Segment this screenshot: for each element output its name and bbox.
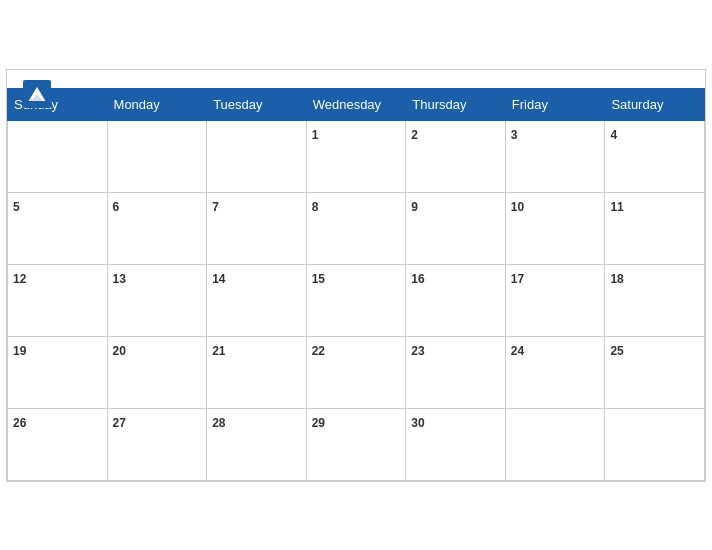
calendar-day: [107, 120, 207, 192]
weekday-header-row: SundayMondayTuesdayWednesdayThursdayFrid…: [8, 88, 705, 120]
weekday-header-saturday: Saturday: [605, 88, 705, 120]
calendar-day: 28: [207, 408, 307, 480]
calendar-day: 2: [406, 120, 506, 192]
day-number: 22: [312, 344, 325, 358]
calendar-day: [8, 120, 108, 192]
calendar-day: 10: [505, 192, 605, 264]
calendar-day: 13: [107, 264, 207, 336]
calendar-day: 25: [605, 336, 705, 408]
calendar-container: SundayMondayTuesdayWednesdayThursdayFrid…: [6, 69, 706, 482]
day-number: 10: [511, 200, 524, 214]
day-number: 2: [411, 128, 418, 142]
calendar-day: 4: [605, 120, 705, 192]
day-number: 15: [312, 272, 325, 286]
weekday-header-tuesday: Tuesday: [207, 88, 307, 120]
calendar-day: 18: [605, 264, 705, 336]
day-number: 16: [411, 272, 424, 286]
calendar-day: 17: [505, 264, 605, 336]
calendar-day: [207, 120, 307, 192]
calendar-grid: SundayMondayTuesdayWednesdayThursdayFrid…: [7, 88, 705, 481]
day-number: 30: [411, 416, 424, 430]
calendar-day: 20: [107, 336, 207, 408]
day-number: 13: [113, 272, 126, 286]
calendar-day: 23: [406, 336, 506, 408]
calendar-day: 21: [207, 336, 307, 408]
weekday-header-thursday: Thursday: [406, 88, 506, 120]
weekday-header-friday: Friday: [505, 88, 605, 120]
logo-area: [23, 80, 55, 108]
day-number: 25: [610, 344, 623, 358]
day-number: 21: [212, 344, 225, 358]
day-number: 11: [610, 200, 623, 214]
calendar-day: [505, 408, 605, 480]
calendar-day: 30: [406, 408, 506, 480]
day-number: 4: [610, 128, 617, 142]
calendar-day: 7: [207, 192, 307, 264]
calendar-day: 19: [8, 336, 108, 408]
calendar-day: 24: [505, 336, 605, 408]
calendar-week-1: 1234: [8, 120, 705, 192]
day-number: 26: [13, 416, 26, 430]
calendar-day: 27: [107, 408, 207, 480]
weekday-header-monday: Monday: [107, 88, 207, 120]
calendar-week-5: 2627282930: [8, 408, 705, 480]
day-number: 6: [113, 200, 120, 214]
calendar-day: 15: [306, 264, 406, 336]
generalblue-logo-icon: [23, 80, 51, 108]
day-number: 7: [212, 200, 219, 214]
calendar-day: 3: [505, 120, 605, 192]
day-number: 8: [312, 200, 319, 214]
calendar-day: 29: [306, 408, 406, 480]
day-number: 19: [13, 344, 26, 358]
day-number: 28: [212, 416, 225, 430]
calendar-day: 11: [605, 192, 705, 264]
calendar-day: 1: [306, 120, 406, 192]
calendar-day: 6: [107, 192, 207, 264]
calendar-week-4: 19202122232425: [8, 336, 705, 408]
weekday-header-wednesday: Wednesday: [306, 88, 406, 120]
day-number: 24: [511, 344, 524, 358]
day-number: 14: [212, 272, 225, 286]
day-number: 27: [113, 416, 126, 430]
day-number: 23: [411, 344, 424, 358]
day-number: 3: [511, 128, 518, 142]
calendar-day: 12: [8, 264, 108, 336]
calendar-day: 22: [306, 336, 406, 408]
calendar-day: 26: [8, 408, 108, 480]
calendar-week-3: 12131415161718: [8, 264, 705, 336]
day-number: 12: [13, 272, 26, 286]
day-number: 1: [312, 128, 319, 142]
calendar-week-2: 567891011: [8, 192, 705, 264]
calendar-day: 8: [306, 192, 406, 264]
calendar-day: 9: [406, 192, 506, 264]
day-number: 5: [13, 200, 20, 214]
calendar-header: [7, 70, 705, 88]
day-number: 9: [411, 200, 418, 214]
day-number: 17: [511, 272, 524, 286]
day-number: 20: [113, 344, 126, 358]
calendar-day: 16: [406, 264, 506, 336]
calendar-day: 5: [8, 192, 108, 264]
calendar-day: [605, 408, 705, 480]
day-number: 29: [312, 416, 325, 430]
day-number: 18: [610, 272, 623, 286]
calendar-day: 14: [207, 264, 307, 336]
